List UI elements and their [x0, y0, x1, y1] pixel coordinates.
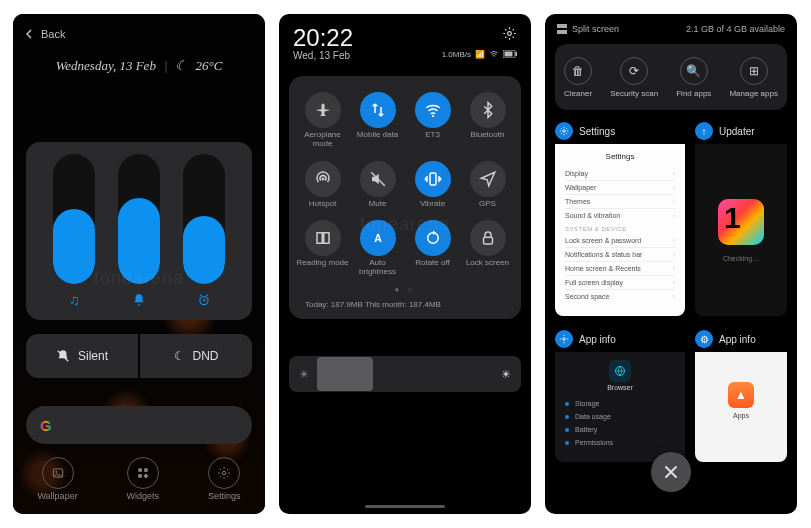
search-icon: 🔍 [680, 57, 708, 85]
screenshot-2-quick-settings: 20:22 Wed, 13 Feb 1.0MB/s 📶 Aeroplane mo… [279, 14, 531, 514]
qs-toggle-vibrate[interactable]: Vibrate [405, 155, 460, 215]
date-weather: Wednesday, 13 Feb | ☾ 26°C [13, 58, 265, 74]
brightness-low-icon: ☀ [299, 368, 309, 381]
brightness-slider[interactable]: ☀ ☀ [289, 356, 521, 392]
gear-icon [208, 457, 240, 489]
quick-settings-panel: Aeroplane mode Mobile data ET3 Bluetooth… [289, 76, 521, 319]
settings-row: Themes› [565, 195, 675, 209]
browser-app-icon [609, 360, 631, 382]
hotspot-icon [305, 161, 341, 197]
qs-toggle-data[interactable]: Mobile data [350, 86, 405, 155]
qs-toggle-hotspot[interactable]: Hotspot [295, 155, 350, 215]
home-edit-dock: Wallpaper Widgets Settings [13, 452, 265, 506]
recent-card-app-info-2[interactable]: ⚙ App info ▲ Apps [695, 330, 787, 462]
wifi-icon [489, 49, 499, 59]
qs-toggle-airplane[interactable]: Aeroplane mode [295, 86, 350, 155]
clear-all-button[interactable] [651, 452, 691, 492]
dock-wallpaper[interactable]: Wallpaper [37, 457, 77, 501]
gear-icon: ⚙ [695, 330, 713, 348]
appinfo-row: Storage [563, 397, 677, 410]
upload-icon: ↑ [695, 122, 713, 140]
action-scan[interactable]: ⟳ Security scan [610, 57, 658, 98]
drag-handle[interactable] [365, 505, 445, 508]
svg-rect-19 [483, 238, 492, 245]
chevron-left-icon [25, 29, 35, 39]
back-nav[interactable]: Back [13, 24, 265, 44]
battery-icon [503, 50, 517, 58]
dock-widgets[interactable]: Widgets [127, 457, 160, 501]
settings-row: Full screen display› [565, 276, 675, 290]
gear-icon [555, 122, 573, 140]
google-search-bar[interactable]: G [26, 406, 252, 444]
recent-card-updater[interactable]: ↑ Updater Checking… [695, 122, 787, 316]
widgets-icon [127, 457, 159, 489]
svg-point-23 [563, 338, 566, 341]
gear-icon [555, 330, 573, 348]
settings-row: Sound & vibration› [565, 209, 675, 222]
settings-row: Second space› [565, 290, 675, 303]
svg-rect-5 [144, 468, 148, 472]
scan-icon: ⟳ [620, 57, 648, 85]
moon-icon: ☾ [174, 349, 185, 363]
qs-toggle-bt[interactable]: Bluetooth [460, 86, 515, 155]
recents-actions-bar: 🗑 Cleaner ⟳ Security scan 🔍 Find apps ⊞ … [555, 44, 787, 110]
svg-point-14 [321, 177, 324, 180]
settings-row: Wallpaper› [565, 181, 675, 195]
action-grid[interactable]: ⊞ Manage apps [729, 57, 777, 98]
qs-toggle-lock[interactable]: Lock screen [460, 214, 515, 283]
qs-toggle-reading[interactable]: Reading mode [295, 214, 350, 283]
alarm-volume-slider[interactable] [183, 154, 225, 312]
qs-toggle-wifi[interactable]: ET3 [405, 86, 460, 155]
qs-toggle-mute[interactable]: Mute [350, 155, 405, 215]
grid-icon: ⊞ [740, 57, 768, 85]
status-time: 20:22 [293, 26, 353, 50]
brightness-high-icon: ☀ [501, 368, 511, 381]
svg-rect-12 [516, 52, 518, 56]
settings-row: Lock screen & password› [565, 234, 675, 248]
status-icons: 1.0MB/s 📶 [442, 49, 517, 59]
data-icon [360, 92, 396, 128]
date-text: Wednesday, 13 Feb [56, 58, 156, 74]
qs-toggle-rotate[interactable]: Rotate off [405, 214, 460, 283]
settings-gear-icon[interactable] [502, 26, 517, 41]
recent-card-app-info[interactable]: App info Browser StorageData usageBatter… [555, 330, 685, 462]
settings-row: Display› [565, 167, 675, 181]
reading-icon [305, 220, 341, 256]
apps-store-icon: ▲ [728, 382, 754, 408]
dnd-label: DND [193, 349, 219, 363]
svg-point-3 [55, 471, 57, 473]
split-screen-icon [557, 24, 567, 34]
bell-icon [118, 288, 160, 312]
settings-row: Notifications & status bar› [565, 248, 675, 262]
autobright-icon: A [360, 220, 396, 256]
close-icon [663, 464, 679, 480]
gps-icon [470, 161, 506, 197]
svg-rect-16 [430, 173, 436, 185]
ring-volume-slider[interactable] [118, 154, 160, 312]
action-search[interactable]: 🔍 Find apps [676, 57, 711, 98]
qs-toggle-autobright[interactable]: A Auto brightness [350, 214, 405, 283]
qs-toggle-gps[interactable]: GPS [460, 155, 515, 215]
dock-settings[interactable]: Settings [208, 457, 241, 501]
svg-rect-21 [557, 30, 567, 34]
split-screen-button[interactable]: Split screen [557, 24, 619, 34]
svg-text:A: A [374, 232, 382, 244]
vibrate-icon [415, 161, 451, 197]
silent-mode-button[interactable]: Silent [26, 334, 138, 378]
recent-card-settings[interactable]: Settings Settings Display›Wallpaper›Them… [555, 122, 685, 316]
page-indicator: ● ○ [295, 283, 515, 294]
svg-point-22 [563, 130, 566, 133]
svg-point-9 [508, 32, 512, 36]
action-trash[interactable]: 🗑 Cleaner [564, 57, 592, 98]
svg-point-8 [223, 471, 227, 475]
lock-icon [470, 220, 506, 256]
silent-label: Silent [78, 349, 108, 363]
dnd-mode-button[interactable]: ☾ DND [140, 334, 252, 378]
media-volume-slider[interactable]: ♫ [53, 154, 95, 312]
net-speed: 1.0MB/s [442, 50, 471, 59]
svg-rect-6 [138, 474, 142, 478]
airplane-icon [305, 92, 341, 128]
screenshot-3-recents: Split screen 2.1 GB of 4 GB available 🗑 … [545, 14, 797, 514]
image-icon [42, 457, 74, 489]
appinfo-row: Permissions [563, 436, 677, 449]
